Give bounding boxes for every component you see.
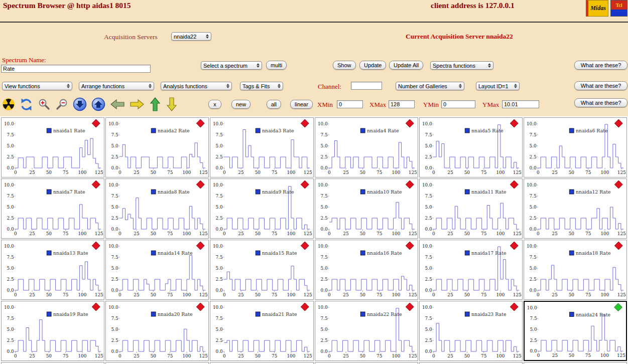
y-tick-label: 0.0 (425, 288, 432, 293)
status-diamond-icon (301, 119, 309, 127)
radiation-icon[interactable] (2, 98, 15, 111)
x-tick-label: 25 (29, 353, 35, 358)
arrange-functions-dropdown[interactable]: Arrange functions (79, 82, 154, 90)
x-tick-label: 25 (552, 231, 557, 236)
spectrum-plot-nnaida22[interactable]: 10.07.55.02.50.00255075100125nnaida22 Ra… (315, 301, 418, 361)
x-tick-label: 125 (304, 353, 312, 358)
spectrum-plot-nnaida1[interactable]: 10.07.55.02.50.00255075100125nnaida1 Rat… (1, 117, 104, 177)
circle-up-arrow-icon[interactable] (91, 97, 105, 111)
ymax-input[interactable] (502, 100, 539, 108)
zoom-out-icon[interactable] (55, 98, 68, 111)
arrow-up-icon[interactable] (149, 97, 161, 112)
spectrum-plot-nnaida17[interactable]: 10.07.55.02.50.00255075100125nnaida17 Ra… (419, 240, 523, 300)
all-button[interactable]: all (267, 100, 281, 109)
x-button[interactable]: x (208, 100, 221, 109)
select-spectrum-dropdown[interactable]: Select a spectrum (201, 61, 262, 70)
spectrum-plot-nnaida12[interactable]: 10.07.55.02.50.00255075100125nnaida12 Ra… (524, 178, 627, 239)
chevron-updown-icon (278, 84, 281, 88)
x-tick-label: 100 (183, 292, 191, 297)
x-tick-label: 100 (78, 353, 86, 358)
xmax-input[interactable] (389, 100, 415, 108)
analysis-functions-dropdown[interactable]: Analysis functions (161, 82, 232, 90)
spectrum-plot-nnaida4[interactable]: 10.07.55.02.50.00255075100125nnaida4 Rat… (315, 117, 418, 177)
zoom-in-icon[interactable] (38, 98, 51, 111)
channel-input[interactable] (351, 82, 382, 90)
y-tick-label: 10.0 (317, 305, 327, 310)
legend-label: nnaida9 Rate (262, 189, 294, 195)
x-tick-label: 25 (447, 231, 453, 236)
legend-label: nnaida19 Rate (53, 311, 88, 317)
new-button[interactable]: new (231, 100, 250, 109)
spectrum-plot-nnaida24[interactable]: 10.07.55.02.50.00255075100125nnaida24 Ra… (524, 301, 627, 361)
multi-button[interactable]: multi (266, 61, 287, 70)
legend-label: nnaida10 Rate (367, 189, 402, 195)
update-button[interactable]: Update (359, 61, 386, 70)
y-tick-label: 0.0 (530, 348, 537, 353)
what-are-these-button-2[interactable]: What are these? (574, 81, 627, 90)
spectrum-plot-nnaida14[interactable]: 10.07.55.02.50.00255075100125nnaida14 Ra… (105, 240, 209, 300)
spectrum-plot-nnaida2[interactable]: 10.07.55.02.50.00255075100125nnaida2 Rat… (105, 117, 209, 177)
midas-logo[interactable]: Midas (586, 0, 608, 17)
spectrum-plot-nnaida6[interactable]: 10.07.55.02.50.00255075100125nnaida6 Rat… (524, 117, 627, 177)
spectrum-plot-nnaida3[interactable]: 10.07.55.02.50.00255075100125nnaida3 Rat… (210, 117, 313, 177)
arrow-right-icon[interactable] (130, 98, 145, 110)
y-tick-label: 7.5 (320, 194, 327, 199)
y-tick-label: 7.5 (529, 194, 536, 199)
circle-down-arrow-icon[interactable] (73, 97, 87, 111)
spectrum-plot-nnaida23[interactable]: 10.07.55.02.50.00255075100125nnaida23 Ra… (419, 301, 523, 361)
ymin-label: YMin (423, 101, 439, 109)
arrow-left-icon[interactable] (110, 98, 125, 110)
spectrum-plot-nnaida7[interactable]: 10.07.55.02.50.00255075100125nnaida7 Rat… (1, 178, 104, 239)
spectrum-plot-nnaida16[interactable]: 10.07.55.02.50.00255075100125nnaida16 Ra… (315, 240, 418, 300)
spectra-functions-value: Spectra functions (433, 63, 475, 69)
x-tick-label: 50 (151, 292, 157, 297)
spectrum-plot-nnaida15[interactable]: 10.07.55.02.50.00255075100125nnaida15 Ra… (210, 240, 313, 300)
tcl-logo[interactable]: Tcl (610, 0, 627, 17)
x-tick-label: 75 (167, 170, 173, 175)
y-tick-label: 5.0 (111, 143, 118, 148)
refresh-icon[interactable] (20, 98, 33, 111)
spectrum-name-input[interactable] (1, 65, 151, 73)
spectrum-plot-nnaida10[interactable]: 10.07.55.02.50.00255075100125nnaida10 Ra… (315, 178, 418, 239)
status-diamond-icon (510, 242, 518, 250)
what-are-these-button-1[interactable]: What are these? (574, 61, 627, 70)
spectrum-chart: 10.07.55.02.50.00255075100125nnaida9 Rat… (210, 179, 313, 238)
legend-swatch (569, 312, 574, 317)
tags-fits-dropdown[interactable]: Tags & Fits (240, 82, 283, 90)
spectrum-plot-nnaida21[interactable]: 10.07.55.02.50.00255075100125nnaida21 Ra… (210, 301, 313, 361)
spectrum-plot-nnaida5[interactable]: 10.07.55.02.50.00255075100125nnaida5 Rat… (419, 117, 523, 177)
number-of-galleries-dropdown[interactable]: Number of Galleries (396, 82, 464, 90)
legend-swatch (151, 312, 156, 316)
spectrum-plot-nnaida8[interactable]: 10.07.55.02.50.00255075100125nnaida8 Rat… (105, 178, 209, 239)
x-tick-label: 100 (392, 292, 400, 297)
spectrum-chart: 10.07.55.02.50.00255075100125nnaida8 Rat… (106, 179, 208, 238)
x-tick-label: 50 (255, 353, 261, 358)
acquisition-server-select[interactable]: nnaida22 (171, 32, 211, 41)
spectrum-plot-nnaida19[interactable]: 10.07.55.02.50.00255075100125nnaida19 Ra… (1, 301, 104, 361)
x-tick-label: 25 (29, 170, 35, 175)
legend-label: nnaida2 Rate (158, 128, 190, 133)
spectrum-plot-nnaida9[interactable]: 10.07.55.02.50.00255075100125nnaida9 Rat… (210, 178, 313, 239)
arrow-down-icon[interactable] (166, 97, 178, 112)
layout-id-dropdown[interactable]: Layout ID=1 (476, 82, 520, 90)
spectrum-plot-nnaida13[interactable]: 10.07.55.02.50.00255075100125nnaida13 Ra… (1, 240, 104, 300)
spectrum-chart: 10.07.55.02.50.00255075100125nnaida14 Ra… (106, 240, 208, 299)
update-all-button[interactable]: Update All (389, 61, 423, 70)
show-button[interactable]: Show (333, 61, 356, 70)
spectrum-plot-nnaida20[interactable]: 10.07.55.02.50.00255075100125nnaida20 Ra… (105, 301, 209, 361)
y-tick-label: 5.0 (216, 143, 223, 148)
spectrum-plot-nnaida11[interactable]: 10.07.55.02.50.00255075100125nnaida11 Ra… (419, 178, 523, 239)
view-functions-dropdown[interactable]: View functions (2, 82, 72, 90)
y-tick-label: 7.5 (111, 316, 118, 321)
ymin-input[interactable] (441, 100, 475, 108)
spectra-functions-dropdown[interactable]: Spectra functions (430, 61, 493, 70)
what-are-these-button-3[interactable]: What are these? (574, 98, 627, 107)
x-tick-label: 125 (617, 231, 626, 236)
y-tick-label: 10.0 (108, 244, 118, 249)
xmin-input[interactable] (337, 100, 363, 108)
acquisition-server-value: nnaida22 (174, 34, 196, 40)
linear-button[interactable]: linear (290, 100, 313, 109)
xmin-label: XMin (317, 101, 333, 109)
x-tick-label: 0 (327, 231, 330, 236)
spectrum-plot-nnaida18[interactable]: 10.07.55.02.50.00255075100125nnaida18 Ra… (524, 240, 627, 300)
